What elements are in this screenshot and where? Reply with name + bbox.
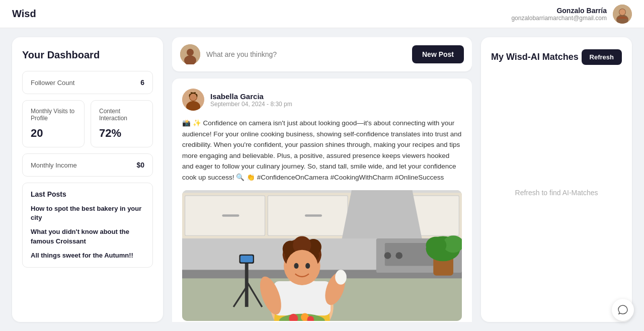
refresh-button[interactable]: Refresh xyxy=(582,49,622,65)
post-avatar xyxy=(182,89,204,111)
svg-rect-17 xyxy=(305,214,322,217)
user-details: Gonzalo Barría gonzalobarriamarchant@gma… xyxy=(511,7,607,22)
compose-box: New Post xyxy=(172,37,472,71)
content-interaction-value: 72% xyxy=(99,127,144,140)
monthly-visits-card: Monthly Visits to Profile 20 xyxy=(22,100,85,147)
stats-grid: Monthly Visits to Profile 20 Content Int… xyxy=(22,100,153,147)
dashboard-title: Your Dashboard xyxy=(22,49,153,61)
svg-rect-31 xyxy=(274,281,331,315)
post-card: Isabella Garcia September 04, 2024 - 8:3… xyxy=(172,78,472,322)
ai-matches-panel: My Wisd-AI Matches Refresh Refresh to fi… xyxy=(481,37,632,322)
dashboard-panel: Your Dashboard Follower Count 6 Monthly … xyxy=(12,37,163,322)
svg-point-41 xyxy=(305,263,310,268)
monthly-income-card: Monthly Income $0 xyxy=(22,153,153,177)
compose-avatar xyxy=(180,44,200,64)
compose-avatar-image xyxy=(180,44,200,64)
chat-bubble[interactable] xyxy=(612,299,634,321)
post-avatar-image xyxy=(182,89,204,111)
svg-point-39 xyxy=(286,250,318,284)
follower-count-card: Follower Count 6 xyxy=(22,71,153,94)
last-post-item[interactable]: How to spot the best bakery in your city xyxy=(31,204,144,222)
follower-count-value: 6 xyxy=(140,78,144,87)
post-image xyxy=(182,190,462,321)
user-info: Gonzalo Barría gonzalobarriamarchant@gma… xyxy=(511,5,632,24)
post-header: Isabella Garcia September 04, 2024 - 8:3… xyxy=(182,89,462,111)
user-name: Gonzalo Barría xyxy=(511,7,607,15)
ai-panel-title: My Wisd-AI Matches xyxy=(491,52,579,62)
feed-panel: New Post Isabella Garcia Septe xyxy=(172,37,472,322)
content-interaction-label: Content Interaction xyxy=(99,108,144,122)
post-author-info: Isabella Garcia September 04, 2024 - 8:3… xyxy=(210,92,292,108)
last-post-item[interactable]: What you didn't know about the famous Cr… xyxy=(31,227,144,245)
svg-rect-16 xyxy=(222,214,239,217)
last-posts-list: How to spot the best bakery in your city… xyxy=(31,204,144,260)
svg-point-40 xyxy=(294,263,298,268)
monthly-visits-label: Monthly Visits to Profile xyxy=(31,108,76,122)
header: Wisd Gonzalo Barría gonzalobarriamarchan… xyxy=(0,0,644,28)
monthly-income-label: Monthly Income xyxy=(31,161,77,169)
last-post-item[interactable]: All things sweet for the Autumn!! xyxy=(31,251,144,260)
avatar xyxy=(613,5,632,24)
post-author-name: Isabella Garcia xyxy=(210,92,292,101)
monthly-income-value: $0 xyxy=(136,161,144,169)
post-body: 📸 ✨ Confidence on camera isn't just abou… xyxy=(182,118,462,183)
follower-count-label: Follower Count xyxy=(31,79,74,87)
svg-point-5 xyxy=(187,49,194,56)
svg-point-24 xyxy=(384,252,391,259)
svg-rect-47 xyxy=(240,256,253,263)
content-interaction-card: Content Interaction 72% xyxy=(91,100,153,147)
svg-point-25 xyxy=(395,252,403,259)
main-layout: Your Dashboard Follower Count 6 Monthly … xyxy=(0,28,644,331)
user-email: gonzalobarriamarchant@gmail.com xyxy=(511,15,607,22)
chat-icon xyxy=(617,304,628,315)
compose-input[interactable] xyxy=(206,50,406,58)
svg-point-3 xyxy=(619,9,625,15)
avatar-image xyxy=(613,5,632,24)
last-posts-card: Last Posts How to spot the best bakery i… xyxy=(22,183,153,268)
ai-empty-message: Refresh to find AI-Matches xyxy=(491,75,622,310)
svg-point-10 xyxy=(190,94,197,101)
app-logo: Wisd xyxy=(12,8,36,20)
post-image-svg xyxy=(182,190,462,321)
svg-point-29 xyxy=(426,236,447,254)
svg-point-44 xyxy=(335,270,347,285)
post-date: September 04, 2024 - 8:30 pm xyxy=(210,101,292,108)
new-post-button[interactable]: New Post xyxy=(412,45,464,63)
monthly-visits-value: 20 xyxy=(31,127,76,140)
last-posts-title: Last Posts xyxy=(31,190,144,198)
ai-panel-header: My Wisd-AI Matches Refresh xyxy=(491,49,622,65)
